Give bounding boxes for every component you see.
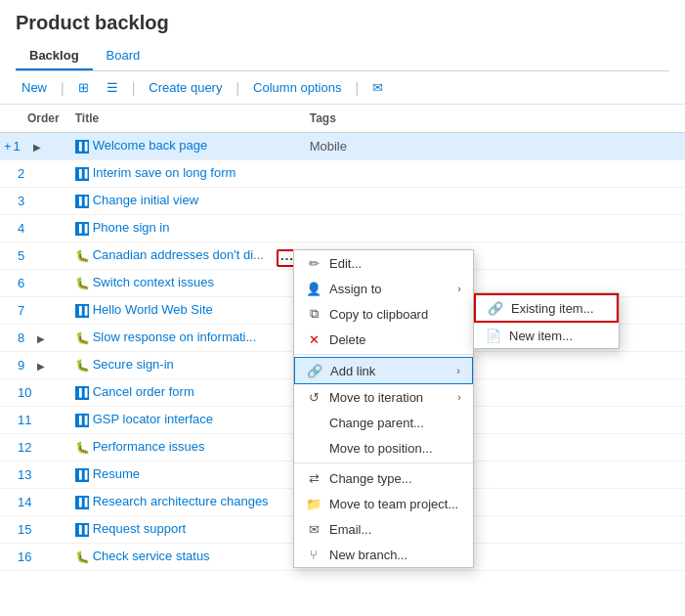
story-icon: ▐▐	[75, 304, 89, 318]
title-cell: ▐▐Welcome back page	[67, 132, 302, 159]
sm-existing-item[interactable]: 🔗 Existing item...	[474, 293, 619, 323]
expand-icon[interactable]: ▶	[37, 361, 45, 372]
cm-assign[interactable]: 👤 Assign to ›	[294, 276, 473, 301]
order-cell: 11	[0, 406, 67, 433]
collapse-button[interactable]: ☰	[101, 77, 124, 98]
title-cell: ▐▐Research architecture changes	[67, 488, 302, 515]
title-cell: ▐▐GSP locator interface	[67, 406, 302, 433]
cm-change-type[interactable]: ⇄ Change type...	[294, 465, 473, 491]
title-cell: ▐▐Request support	[67, 515, 302, 543]
item-title-link[interactable]: Performance issues	[93, 439, 205, 454]
tab-backlog[interactable]: Backlog	[16, 42, 93, 70]
change-type-icon: ⇄	[306, 470, 321, 486]
title-cell: ▐▐Hello World Web Site	[67, 296, 302, 324]
story-icon: ▐▐	[75, 222, 89, 236]
item-title-link[interactable]: GSP locator interface	[93, 412, 213, 426]
sep2: |	[132, 80, 136, 96]
order-cell: 10	[0, 378, 67, 406]
title-cell: 🐛Canadian addresses don't di...	[67, 242, 302, 269]
tags-cell: Mobile	[302, 132, 685, 159]
order-cell: 12	[0, 433, 67, 461]
add-child-icon[interactable]: +	[4, 139, 12, 154]
bug-icon: 🐛	[75, 331, 89, 345]
new-branch-icon: ⑂	[306, 547, 321, 562]
cm-copy[interactable]: ⧉ Copy to clipboard	[294, 301, 473, 327]
order-cell: 9▶	[0, 351, 67, 378]
expand-icon[interactable]: ▶	[33, 142, 41, 153]
tab-board[interactable]: Board	[93, 42, 154, 70]
expand-icon[interactable]: ▶	[37, 333, 45, 344]
move-iteration-icon: ↺	[306, 389, 321, 405]
item-title-link[interactable]: Interim save on long form	[93, 165, 236, 180]
order-cell: 4	[0, 214, 67, 242]
title-cell: 🐛Check service status	[67, 543, 302, 570]
cm-add-link[interactable]: 🔗 Add link ›	[294, 357, 473, 384]
order-cell: 3	[0, 187, 67, 214]
story-icon: ▐▐	[75, 414, 89, 427]
move-iteration-arrow: ›	[457, 391, 461, 403]
add-link-arrow: ›	[456, 365, 460, 376]
row-number: 9	[18, 358, 35, 373]
col-title: Title	[67, 105, 302, 132]
story-icon: ▐▐	[75, 386, 89, 400]
item-title-link[interactable]: Canadian addresses don't di...	[93, 247, 264, 262]
item-title-link[interactable]: Welcome back page	[93, 138, 208, 153]
tags-cell	[302, 187, 685, 214]
toolbar: New | ⊞ ☰ | Create query | Column option…	[0, 71, 685, 105]
new-button[interactable]: New	[16, 77, 53, 98]
table-row: 2▐▐Interim save on long form	[0, 159, 685, 187]
row-number: 10	[18, 385, 35, 400]
order-cell: 13	[0, 461, 67, 488]
order-cell: 8▶	[0, 324, 67, 351]
cm-new-branch[interactable]: ⑂ New branch...	[294, 542, 473, 567]
cm-move-position[interactable]: Move to position...	[294, 435, 473, 461]
item-title-link[interactable]: Check service status	[93, 549, 210, 563]
item-title-link[interactable]: Hello World Web Site	[93, 302, 213, 317]
cm-move-project[interactable]: 📁 Move to team project...	[294, 491, 473, 516]
row-number: 16	[18, 550, 35, 564]
add-child-button[interactable]: ⊞	[72, 77, 95, 98]
item-title-link[interactable]: Resume	[93, 466, 140, 481]
title-cell: ▐▐Cancel order form	[67, 378, 302, 406]
order-cell: 7	[0, 296, 67, 324]
cm-edit[interactable]: ✏ Edit...	[294, 250, 473, 276]
column-options-label: Column options	[253, 80, 341, 95]
bug-icon: 🐛	[75, 277, 89, 290]
item-title-link[interactable]: Secure sign-in	[93, 357, 174, 372]
cm-delete[interactable]: ✕ Delete	[294, 327, 473, 352]
cm-change-parent[interactable]: Change parent...	[294, 410, 473, 435]
edit-icon: ✏	[306, 255, 321, 271]
col-tags: Tags	[302, 105, 685, 132]
item-title-link[interactable]: Phone sign in	[93, 220, 170, 235]
item-title-link[interactable]: Research architecture changes	[93, 494, 269, 508]
create-query-button[interactable]: Create query	[143, 77, 228, 98]
item-title-link[interactable]: Slow response on informati...	[93, 330, 257, 344]
row-number: 6	[18, 276, 35, 290]
table-row: +1▶▐▐Welcome back pageMobile	[0, 132, 685, 159]
sm-new-item[interactable]: 📄 New item...	[474, 323, 619, 348]
item-title-link[interactable]: Cancel order form	[93, 384, 194, 399]
item-title-link[interactable]: Request support	[93, 521, 186, 536]
row-number: 4	[18, 221, 35, 236]
order-cell: 15	[0, 515, 67, 543]
email-button[interactable]: ✉	[366, 77, 389, 98]
row-number: 13	[18, 467, 35, 482]
story-icon: ▐▐	[75, 496, 89, 509]
new-item-icon: 📄	[486, 328, 501, 343]
collapse-icon: ☰	[107, 80, 118, 95]
order-cell: 16	[0, 543, 67, 570]
cm-move-iteration[interactable]: ↺ Move to iteration ›	[294, 384, 473, 410]
plus-icon: ⊞	[78, 80, 89, 95]
tab-bar: Backlog Board	[16, 42, 669, 71]
bug-icon: 🐛	[75, 359, 89, 373]
item-title-link[interactable]: Change initial view	[93, 193, 198, 207]
column-options-button[interactable]: Column options	[247, 77, 347, 98]
cm-email[interactable]: ✉ Email...	[294, 516, 473, 542]
row-number: 2	[18, 166, 35, 181]
sep4: |	[355, 80, 359, 96]
title-cell: 🐛Performance issues	[67, 433, 302, 461]
delete-icon: ✕	[306, 331, 321, 347]
create-query-label: Create query	[149, 80, 222, 95]
row-number: 3	[18, 194, 35, 208]
item-title-link[interactable]: Switch context issues	[93, 275, 214, 289]
